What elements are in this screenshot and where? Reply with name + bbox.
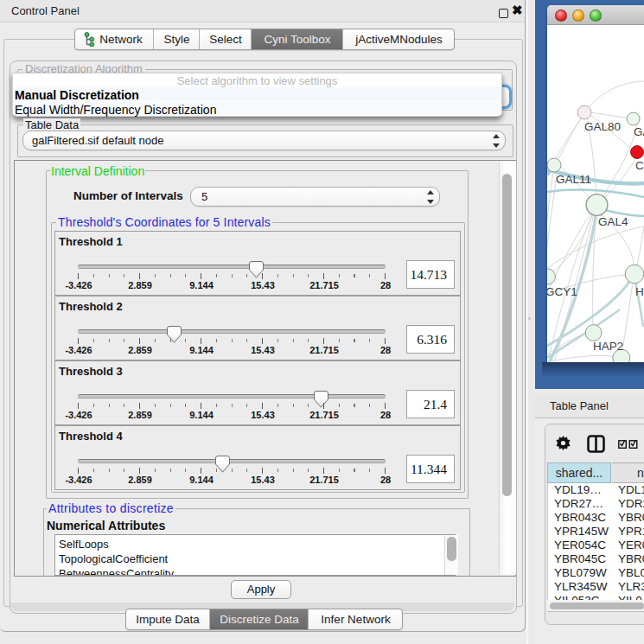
svg-text:CA: CA <box>635 159 644 172</box>
svg-text:H: H <box>635 285 644 298</box>
svg-text:GAL80: GAL80 <box>584 120 621 133</box>
svg-text:HAP2: HAP2 <box>593 340 623 353</box>
svg-text:GAL4: GAL4 <box>598 215 628 228</box>
svg-text:GAL11: GAL11 <box>556 173 591 186</box>
svg-text:GA: GA <box>634 125 644 138</box>
svg-text:GCY1: GCY1 <box>547 285 577 298</box>
